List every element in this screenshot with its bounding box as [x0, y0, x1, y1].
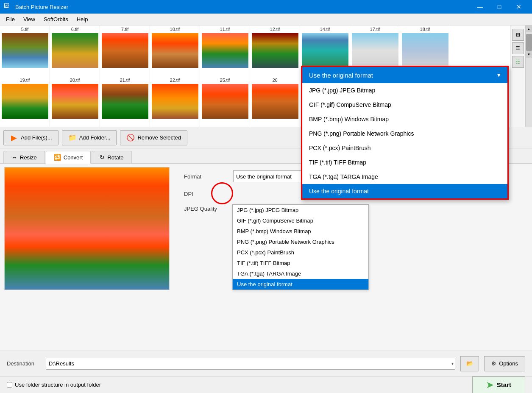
- small-option-original[interactable]: Use the original format: [233, 279, 368, 290]
- folder-structure-checkbox-area[interactable]: Use folder structure in output folder: [7, 382, 101, 388]
- browse-icon: 📂: [466, 360, 474, 367]
- start-button[interactable]: ➤ Start: [472, 376, 525, 393]
- thumb-img: [252, 84, 298, 119]
- thumb-col-12tif[interactable]: 12.tif: [250, 25, 300, 76]
- thumb-label: 25.tif: [220, 76, 230, 84]
- tab-resize[interactable]: ↔ Resize: [3, 151, 45, 163]
- thumb-col-19tif[interactable]: 19.tif: [0, 76, 50, 127]
- thumb-img: [2, 33, 48, 68]
- thumb-label: 22.tif: [170, 76, 180, 84]
- tab-resize-label: Resize: [20, 154, 37, 161]
- thumb-label: 21.tif: [120, 76, 130, 84]
- dropdown-option-tga[interactable]: TGA (*.tga) TARGA Image: [302, 170, 507, 184]
- thumb-label: 7.tif: [121, 25, 129, 33]
- browse-destination-button[interactable]: 📂: [460, 356, 479, 371]
- add-files-button[interactable]: ▶ Add File(s)...: [3, 130, 58, 145]
- scroll-down-button[interactable]: ▼: [526, 51, 532, 58]
- thumb-col-6tif[interactable]: 6.tif: [50, 25, 100, 76]
- dropdown-selected-value: Use the original format: [309, 72, 373, 79]
- thumb-col-25tif[interactable]: 25.tif: [200, 76, 250, 127]
- thumb-img: [52, 33, 98, 68]
- dropdown-option-original[interactable]: Use the original format: [302, 184, 507, 198]
- jpeg-quality-label: JPEG Quality: [184, 206, 226, 212]
- preview-panel: [0, 164, 174, 351]
- tab-rotate[interactable]: ↻ Rotate: [92, 151, 131, 163]
- add-folder-icon: 📁: [68, 134, 77, 142]
- thumb-label: 19.tif: [20, 76, 30, 84]
- small-option-jpg[interactable]: JPG (*.jpg) JPEG Bitmap: [233, 205, 368, 215]
- list-view-button[interactable]: ☰: [512, 42, 524, 54]
- thumb-col-21tif[interactable]: 21.tif: [100, 76, 150, 127]
- thumb-img: [52, 84, 98, 119]
- dropdown-header[interactable]: Use the original format ▾: [302, 67, 507, 83]
- dropdown-list: JPG (*.jpg) JPEG Bitmap GIF (*.gif) Comp…: [302, 83, 507, 198]
- format-dropdown-overlay: Use the original format ▾ JPG (*.jpg) JP…: [301, 66, 509, 200]
- right-toolbar: ⊞ ☰ ☷: [510, 25, 525, 127]
- thumb-col-20tif[interactable]: 20.tif: [50, 76, 100, 127]
- small-option-bmp[interactable]: BMP (*.bmp) Windows Bitmap: [233, 226, 368, 237]
- thumb-label: 26: [272, 76, 277, 84]
- app-title: Batch Picture Resizer: [15, 4, 470, 10]
- grid-view-button[interactable]: ⊞: [512, 29, 524, 41]
- folder-structure-label: Use folder structure in output folder: [15, 382, 101, 388]
- small-option-gif[interactable]: GIF (*.gif) CompuServe Bitmap: [233, 215, 368, 226]
- thumb-img: [202, 33, 248, 68]
- dpi-label: DPI: [184, 191, 226, 197]
- thumb-label: 17.tif: [370, 25, 380, 33]
- convert-icon: 🔁: [54, 154, 61, 161]
- destination-input[interactable]: [46, 358, 455, 370]
- dropdown-option-gif[interactable]: GIF (*.gif) CompuServe Bitmap: [302, 98, 507, 112]
- thumb-col-26tif[interactable]: 26: [250, 76, 300, 127]
- dropdown-option-tif[interactable]: TIF (*.tif) TIFF Bitmap: [302, 155, 507, 170]
- folder-structure-checkbox[interactable]: [7, 382, 12, 387]
- menu-help[interactable]: Help: [72, 14, 92, 24]
- remove-selected-label: Remove Selected: [137, 134, 181, 141]
- title-bar: 🖼 Batch Picture Resizer — □ ✕: [0, 0, 532, 14]
- small-option-tga[interactable]: TGA (*.tga) TARGA Image: [233, 268, 368, 279]
- menu-bar: File View SoftOrbits Help: [0, 14, 532, 25]
- scroll-thumb[interactable]: [526, 34, 532, 51]
- thumb-label: 20.tif: [70, 76, 80, 84]
- dest-chevron-icon: ▾: [451, 361, 454, 366]
- thumb-col-10tif[interactable]: 10.tif: [150, 25, 200, 76]
- tab-convert[interactable]: 🔁 Convert: [46, 151, 91, 164]
- small-option-tif[interactable]: TIF (*.tif) TIFF Bitmap: [233, 258, 368, 268]
- destination-label: Destination: [7, 360, 41, 367]
- small-option-pcx[interactable]: PCX (*.pcx) PaintBrush: [233, 247, 368, 258]
- add-folder-button[interactable]: 📁 Add Folder...: [62, 130, 117, 145]
- thumb-col-22tif[interactable]: 22.tif: [150, 76, 200, 127]
- rotate-icon: ↻: [100, 154, 105, 161]
- thumb-img: [152, 84, 198, 119]
- detail-view-button[interactable]: ☷: [512, 56, 524, 68]
- thumb-img: [302, 33, 348, 68]
- small-option-png[interactable]: PNG (*.png) Portable Network Graphics: [233, 237, 368, 247]
- thumb-label: 18.tif: [420, 25, 430, 33]
- small-format-dropdown: JPG (*.jpg) JPEG Bitmap GIF (*.gif) Comp…: [232, 204, 369, 290]
- dropdown-option-png[interactable]: PNG (*.png) Portable Network Graphics: [302, 126, 507, 141]
- menu-file[interactable]: File: [2, 14, 19, 24]
- thumb-img: [252, 33, 298, 68]
- thumb-label: 10.tif: [170, 25, 180, 33]
- maximize-button[interactable]: □: [490, 0, 509, 14]
- options-button[interactable]: ⚙ Options: [484, 356, 525, 371]
- close-button[interactable]: ✕: [509, 0, 529, 14]
- remove-selected-button[interactable]: 🚫 Remove Selected: [120, 130, 187, 145]
- strip-scrollbar: ▲ ▼: [525, 25, 532, 127]
- thumb-col-11tif[interactable]: 11.tif: [200, 25, 250, 76]
- remove-icon: 🚫: [126, 134, 135, 142]
- dropdown-option-jpg[interactable]: JPG (*.jpg) JPEG Bitmap: [302, 83, 507, 98]
- gear-icon: ⚙: [491, 360, 496, 367]
- destination-input-wrapper: ▾: [46, 358, 455, 370]
- minimize-button[interactable]: —: [470, 0, 490, 14]
- thumb-img: [352, 33, 398, 68]
- menu-softorbits[interactable]: SoftOrbits: [39, 14, 72, 24]
- dropdown-option-bmp[interactable]: BMP (*.bmp) Windows Bitmap: [302, 112, 507, 126]
- thumb-col-5tif[interactable]: 5.tif: [0, 25, 50, 76]
- dropdown-option-pcx[interactable]: PCX (*.pcx) PaintBrush: [302, 141, 507, 155]
- scroll-up-button[interactable]: ▲: [526, 25, 532, 32]
- thumb-label: 5.tif: [21, 25, 29, 33]
- thumb-col-7tif[interactable]: 7.tif: [100, 25, 150, 76]
- start-icon: ➤: [486, 380, 493, 390]
- menu-view[interactable]: View: [19, 14, 39, 24]
- resize-icon: ↔: [11, 154, 17, 161]
